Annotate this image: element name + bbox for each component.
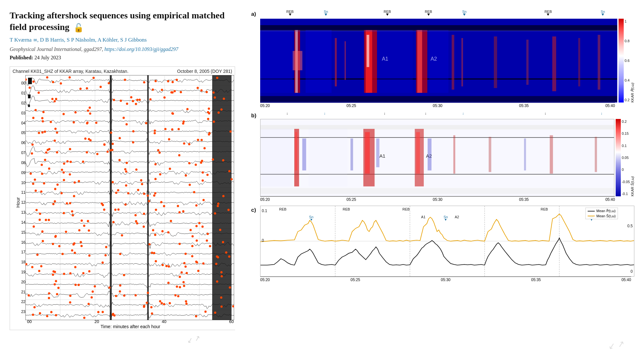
svg-point-352 (135, 294, 137, 296)
panel-b-content: ↓ ↓ ↓ ↓ ↓ ↓ ↓ (260, 111, 634, 202)
svg-point-84 (89, 113, 91, 115)
svg-point-370 (163, 303, 165, 305)
svg-point-385 (102, 311, 104, 313)
svg-point-349 (54, 283, 56, 285)
svg-point-309 (185, 265, 187, 268)
svg-point-264 (121, 234, 123, 236)
svg-point-95 (126, 123, 128, 125)
svg-point-189 (32, 182, 34, 185)
svg-point-301 (225, 251, 227, 254)
svg-point-233 (72, 214, 74, 216)
svg-point-229 (217, 205, 219, 207)
svg-point-105 (145, 122, 147, 124)
svg-rect-401 (293, 51, 302, 70)
svg-point-240 (135, 214, 137, 216)
svg-point-158 (126, 162, 128, 164)
x-label-40: 40 (162, 319, 166, 324)
svg-rect-30 (28, 94, 31, 98)
svg-point-79 (126, 103, 128, 105)
svg-rect-410 (345, 41, 346, 80)
svg-point-87 (186, 108, 189, 110)
svg-point-242 (182, 210, 185, 212)
svg-point-263 (161, 230, 164, 232)
svg-point-300 (228, 255, 231, 258)
svg-point-103 (95, 122, 98, 124)
svg-point-198 (141, 183, 143, 185)
colorbar-a-labels: 1 0.8 0.6 0.4 0.2 (624, 19, 630, 103)
y-label-08: 08 (17, 161, 25, 165)
svg-point-244 (178, 211, 181, 213)
svg-point-258 (39, 219, 41, 221)
y-label-01: 01 (17, 91, 25, 95)
published-date: 24 July 2023 (34, 55, 61, 60)
svg-rect-416 (578, 38, 580, 86)
svg-point-141 (96, 153, 99, 155)
svg-point-333 (220, 271, 223, 273)
svg-point-197 (231, 178, 233, 180)
panel-b-label: b) (251, 111, 260, 119)
panel-b-colorbar: 0.2 0.15 0.1 0.05 0 -0.05 -0.1 KKAR Ŝ(t,… (616, 119, 634, 196)
svg-point-293 (191, 255, 194, 257)
svg-point-75 (136, 99, 138, 101)
svg-point-169 (200, 162, 202, 164)
svg-rect-442 (524, 139, 526, 171)
svg-rect-443 (550, 135, 553, 174)
svg-point-132 (112, 143, 114, 145)
panel-c-reb-3: REB (402, 207, 410, 211)
svg-point-245 (198, 222, 201, 224)
colorbar-b-labels: 0.2 0.15 0.1 0.05 0 -0.05 -0.1 (621, 119, 630, 196)
svg-point-329 (69, 272, 71, 274)
panel-a-plot: A1 A2 (260, 19, 617, 103)
svg-point-139 (88, 138, 90, 140)
svg-point-337 (74, 284, 77, 286)
svg-rect-398 (260, 96, 617, 102)
svg-point-172 (30, 172, 32, 175)
svg-text:A1: A1 (379, 153, 385, 159)
svg-point-42 (176, 79, 178, 81)
svg-point-47 (167, 80, 169, 82)
arrow-reb-3: REB (425, 10, 432, 16)
svg-point-362 (174, 294, 176, 296)
svg-point-131 (183, 142, 185, 144)
svg-point-36 (143, 81, 145, 83)
svg-point-326 (54, 271, 56, 273)
panel-c-y-right-bottom: 0 (630, 269, 633, 274)
panel-c-row: c) 0 (251, 206, 634, 282)
arrow-reb-1: REB (286, 10, 294, 16)
svg-point-277 (206, 240, 208, 242)
svg-point-346 (109, 286, 111, 289)
published-label: Published: (10, 55, 33, 60)
authors: T Kværna ✉, D B Harris, S P Näsholm, A K… (10, 37, 242, 43)
x-axis-title: Time: minutes after each hour (25, 324, 235, 329)
svg-point-67 (120, 100, 122, 102)
svg-point-160 (188, 162, 191, 164)
svg-point-55 (99, 86, 102, 88)
svg-point-171 (69, 173, 71, 175)
svg-point-53 (180, 91, 182, 93)
svg-point-391 (46, 315, 48, 317)
svg-point-230 (103, 209, 105, 211)
doi-link[interactable]: https://doi.org/10.1093/gji/ggad297 (104, 46, 178, 52)
panel-a-colorbar: 1 0.8 0.6 0.4 0.2 KKAR P̂(t,ω) (619, 19, 634, 103)
svg-point-118 (132, 130, 135, 132)
svg-rect-438 (376, 139, 379, 167)
svg-point-150 (157, 149, 159, 151)
arrow-sn-1: Sn (324, 10, 328, 16)
svg-point-128 (201, 139, 203, 141)
svg-point-175 (159, 173, 161, 175)
svg-rect-422 (260, 30, 617, 32)
svg-rect-437 (350, 139, 353, 171)
svg-point-147 (158, 152, 161, 154)
svg-rect-412 (461, 38, 463, 86)
svg-point-254 (112, 221, 115, 223)
y-label-00: 00 (17, 81, 25, 85)
arrow-sn-3: Sn (601, 10, 605, 16)
svg-point-224 (148, 200, 150, 202)
email-icon: ✉ (33, 38, 37, 43)
svg-point-317 (195, 260, 197, 263)
y-label-03: 03 (17, 111, 25, 115)
x-axis-labels: 00 20 40 60 (25, 319, 235, 324)
svg-point-310 (166, 265, 168, 267)
svg-point-256 (45, 219, 47, 221)
svg-rect-429 (295, 132, 297, 171)
